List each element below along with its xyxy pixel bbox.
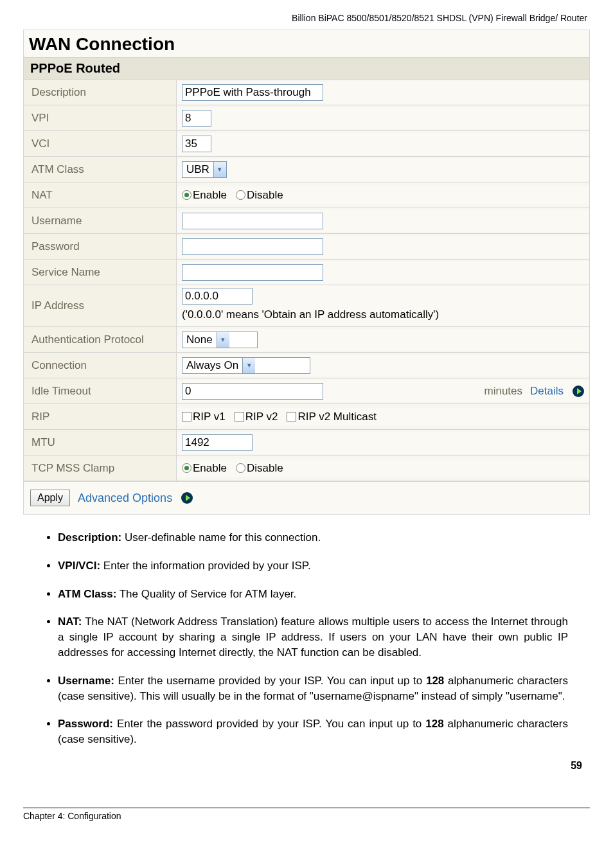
ip-address-label: IP Address — [24, 285, 177, 326]
username-input[interactable] — [182, 213, 323, 229]
service-name-label: Service Name — [24, 260, 177, 285]
panel-title: WAN Connection — [24, 30, 589, 58]
rip-label: RIP — [24, 404, 177, 429]
bullet-nat: NAT: The NAT (Network Address Translatio… — [58, 614, 568, 660]
idle-timeout-input[interactable] — [182, 383, 323, 400]
details-link[interactable]: Details — [530, 385, 564, 398]
chapter-footer: Chapter 4: Configuration — [23, 811, 121, 821]
advanced-options-link[interactable]: Advanced Options — [78, 492, 172, 505]
bullet-username: Username: Enter the username provided by… — [58, 673, 568, 704]
password-label: Password — [24, 234, 177, 259]
chevron-down-icon: ▾ — [242, 358, 255, 373]
mtu-label: MTU — [24, 430, 177, 455]
apply-button[interactable]: Apply — [30, 490, 70, 506]
connection-select[interactable]: Always On ▾ — [182, 357, 310, 374]
atm-class-selected: UBR — [182, 162, 213, 177]
vci-input[interactable] — [182, 136, 211, 152]
tcp-enable-radio[interactable]: Enable — [182, 462, 227, 475]
tcp-disable-text: Disable — [247, 462, 283, 475]
wan-connection-panel: WAN Connection PPPoE Routed Description … — [23, 30, 590, 515]
doc-header: Billion BiPAC 8500/8501/8520/8521 SHDSL … — [0, 0, 613, 30]
chevron-down-icon: ▾ — [213, 162, 226, 177]
bullet-atm-class: ATM Class: The Quality of Service for AT… — [58, 587, 568, 602]
rip-v2-multicast-text: RIP v2 Multicast — [298, 411, 377, 423]
auth-protocol-selected: None — [182, 332, 217, 348]
nat-disable-radio[interactable]: Disable — [236, 189, 283, 202]
page-number: 59 — [0, 760, 582, 772]
rip-v2-multicast-checkbox[interactable]: RIP v2 Multicast — [287, 411, 377, 423]
description-label: Description — [24, 80, 177, 105]
nat-label: NAT — [24, 182, 177, 208]
nat-enable-radio[interactable]: Enable — [182, 189, 227, 202]
description-input[interactable] — [182, 84, 323, 101]
ip-address-input[interactable] — [182, 288, 253, 305]
description-bullets: Description: User-definable name for thi… — [58, 530, 568, 747]
play-icon[interactable] — [573, 385, 584, 397]
rip-v1-text: RIP v1 — [193, 411, 226, 423]
atm-class-label: ATM Class — [24, 157, 177, 182]
play-icon[interactable] — [181, 492, 193, 504]
vpi-label: VPI — [24, 105, 177, 130]
bullet-vpi-vci: VPI/VCI: Enter the information provided … — [58, 558, 568, 574]
rip-v1-checkbox[interactable]: RIP v1 — [182, 411, 226, 423]
mtu-input[interactable] — [182, 434, 253, 451]
vpi-input[interactable] — [182, 110, 211, 127]
bullet-description: Description: User-definable name for thi… — [58, 530, 568, 545]
nat-enable-text: Enable — [193, 189, 227, 202]
bullet-password: Password: Enter the password provided by… — [58, 716, 568, 747]
service-name-input[interactable] — [182, 264, 323, 281]
connection-selected: Always On — [182, 358, 242, 373]
atm-class-select[interactable]: UBR ▾ — [182, 161, 227, 178]
nat-disable-text: Disable — [247, 189, 283, 202]
panel-subtitle: PPPoE Routed — [24, 58, 589, 80]
tcp-disable-radio[interactable]: Disable — [236, 462, 283, 475]
rip-v2-text: RIP v2 — [245, 411, 278, 423]
ip-address-note: ('0.0.0.0' means 'Obtain an IP address a… — [182, 307, 584, 324]
rip-v2-checkbox[interactable]: RIP v2 — [235, 411, 278, 423]
auth-protocol-select[interactable]: None ▾ — [182, 332, 258, 348]
auth-protocol-label: Authentication Protocol — [24, 327, 177, 352]
username-label: Username — [24, 208, 177, 233]
minutes-text: minutes — [484, 385, 523, 398]
tcp-mss-clamp-label: TCP MSS Clamp — [24, 456, 177, 481]
vci-label: VCI — [24, 131, 177, 156]
tcp-enable-text: Enable — [193, 462, 227, 475]
chevron-down-icon: ▾ — [217, 332, 229, 348]
idle-timeout-label: Idle Timeout — [24, 378, 177, 403]
password-input[interactable] — [182, 238, 323, 255]
connection-label: Connection — [24, 353, 177, 378]
